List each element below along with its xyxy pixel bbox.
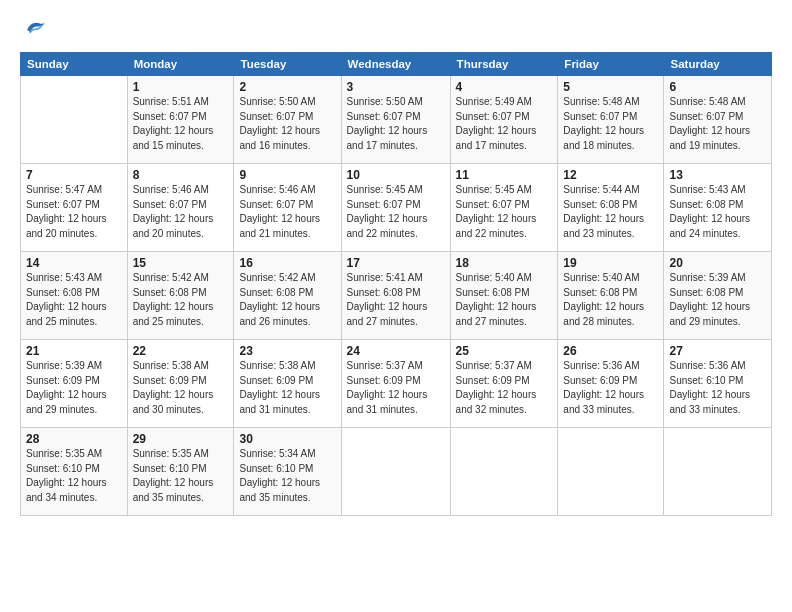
weekday-header: Monday: [127, 53, 234, 76]
day-number: 9: [239, 168, 335, 182]
day-info: Sunrise: 5:49 AMSunset: 6:07 PMDaylight:…: [456, 95, 553, 153]
calendar-week-row: 1Sunrise: 5:51 AMSunset: 6:07 PMDaylight…: [21, 76, 772, 164]
day-number: 20: [669, 256, 766, 270]
calendar-cell: 25Sunrise: 5:37 AMSunset: 6:09 PMDayligh…: [450, 340, 558, 428]
calendar-cell: 30Sunrise: 5:34 AMSunset: 6:10 PMDayligh…: [234, 428, 341, 516]
weekday-header: Saturday: [664, 53, 772, 76]
day-info: Sunrise: 5:46 AMSunset: 6:07 PMDaylight:…: [239, 183, 335, 241]
day-number: 14: [26, 256, 122, 270]
calendar-cell: 22Sunrise: 5:38 AMSunset: 6:09 PMDayligh…: [127, 340, 234, 428]
calendar-table: SundayMondayTuesdayWednesdayThursdayFrid…: [20, 52, 772, 516]
day-info: Sunrise: 5:35 AMSunset: 6:10 PMDaylight:…: [133, 447, 229, 505]
calendar-cell: 24Sunrise: 5:37 AMSunset: 6:09 PMDayligh…: [341, 340, 450, 428]
day-number: 13: [669, 168, 766, 182]
calendar-cell: 15Sunrise: 5:42 AMSunset: 6:08 PMDayligh…: [127, 252, 234, 340]
calendar-cell: 8Sunrise: 5:46 AMSunset: 6:07 PMDaylight…: [127, 164, 234, 252]
calendar-cell: 9Sunrise: 5:46 AMSunset: 6:07 PMDaylight…: [234, 164, 341, 252]
day-number: 12: [563, 168, 658, 182]
calendar-cell: 2Sunrise: 5:50 AMSunset: 6:07 PMDaylight…: [234, 76, 341, 164]
day-number: 26: [563, 344, 658, 358]
page: SundayMondayTuesdayWednesdayThursdayFrid…: [0, 0, 792, 612]
day-info: Sunrise: 5:42 AMSunset: 6:08 PMDaylight:…: [239, 271, 335, 329]
day-number: 27: [669, 344, 766, 358]
calendar-week-row: 14Sunrise: 5:43 AMSunset: 6:08 PMDayligh…: [21, 252, 772, 340]
day-info: Sunrise: 5:51 AMSunset: 6:07 PMDaylight:…: [133, 95, 229, 153]
calendar-header-row: SundayMondayTuesdayWednesdayThursdayFrid…: [21, 53, 772, 76]
calendar-cell: 29Sunrise: 5:35 AMSunset: 6:10 PMDayligh…: [127, 428, 234, 516]
calendar-cell: 27Sunrise: 5:36 AMSunset: 6:10 PMDayligh…: [664, 340, 772, 428]
day-info: Sunrise: 5:37 AMSunset: 6:09 PMDaylight:…: [456, 359, 553, 417]
calendar-cell: 1Sunrise: 5:51 AMSunset: 6:07 PMDaylight…: [127, 76, 234, 164]
day-number: 24: [347, 344, 445, 358]
calendar-cell: 19Sunrise: 5:40 AMSunset: 6:08 PMDayligh…: [558, 252, 664, 340]
day-number: 3: [347, 80, 445, 94]
day-number: 8: [133, 168, 229, 182]
calendar-cell: 18Sunrise: 5:40 AMSunset: 6:08 PMDayligh…: [450, 252, 558, 340]
weekday-header: Wednesday: [341, 53, 450, 76]
day-info: Sunrise: 5:48 AMSunset: 6:07 PMDaylight:…: [669, 95, 766, 153]
day-info: Sunrise: 5:41 AMSunset: 6:08 PMDaylight:…: [347, 271, 445, 329]
day-info: Sunrise: 5:48 AMSunset: 6:07 PMDaylight:…: [563, 95, 658, 153]
day-number: 29: [133, 432, 229, 446]
day-info: Sunrise: 5:46 AMSunset: 6:07 PMDaylight:…: [133, 183, 229, 241]
day-number: 30: [239, 432, 335, 446]
calendar-cell: 28Sunrise: 5:35 AMSunset: 6:10 PMDayligh…: [21, 428, 128, 516]
day-number: 15: [133, 256, 229, 270]
day-number: 21: [26, 344, 122, 358]
calendar-cell: 21Sunrise: 5:39 AMSunset: 6:09 PMDayligh…: [21, 340, 128, 428]
day-number: 19: [563, 256, 658, 270]
calendar-cell: [558, 428, 664, 516]
day-info: Sunrise: 5:44 AMSunset: 6:08 PMDaylight:…: [563, 183, 658, 241]
day-number: 4: [456, 80, 553, 94]
calendar-week-row: 7Sunrise: 5:47 AMSunset: 6:07 PMDaylight…: [21, 164, 772, 252]
calendar-cell: 17Sunrise: 5:41 AMSunset: 6:08 PMDayligh…: [341, 252, 450, 340]
calendar-cell: 26Sunrise: 5:36 AMSunset: 6:09 PMDayligh…: [558, 340, 664, 428]
day-info: Sunrise: 5:35 AMSunset: 6:10 PMDaylight:…: [26, 447, 122, 505]
day-number: 18: [456, 256, 553, 270]
day-info: Sunrise: 5:38 AMSunset: 6:09 PMDaylight:…: [239, 359, 335, 417]
day-number: 6: [669, 80, 766, 94]
weekday-header: Tuesday: [234, 53, 341, 76]
day-info: Sunrise: 5:47 AMSunset: 6:07 PMDaylight:…: [26, 183, 122, 241]
day-number: 17: [347, 256, 445, 270]
day-number: 16: [239, 256, 335, 270]
day-info: Sunrise: 5:45 AMSunset: 6:07 PMDaylight:…: [456, 183, 553, 241]
day-info: Sunrise: 5:42 AMSunset: 6:08 PMDaylight:…: [133, 271, 229, 329]
day-info: Sunrise: 5:43 AMSunset: 6:08 PMDaylight:…: [26, 271, 122, 329]
header: [20, 18, 772, 42]
day-info: Sunrise: 5:39 AMSunset: 6:08 PMDaylight:…: [669, 271, 766, 329]
day-info: Sunrise: 5:40 AMSunset: 6:08 PMDaylight:…: [563, 271, 658, 329]
day-info: Sunrise: 5:43 AMSunset: 6:08 PMDaylight:…: [669, 183, 766, 241]
day-info: Sunrise: 5:50 AMSunset: 6:07 PMDaylight:…: [239, 95, 335, 153]
day-info: Sunrise: 5:36 AMSunset: 6:10 PMDaylight:…: [669, 359, 766, 417]
day-number: 28: [26, 432, 122, 446]
day-info: Sunrise: 5:50 AMSunset: 6:07 PMDaylight:…: [347, 95, 445, 153]
calendar-week-row: 21Sunrise: 5:39 AMSunset: 6:09 PMDayligh…: [21, 340, 772, 428]
calendar-cell: [450, 428, 558, 516]
calendar-cell: 23Sunrise: 5:38 AMSunset: 6:09 PMDayligh…: [234, 340, 341, 428]
day-number: 1: [133, 80, 229, 94]
day-number: 7: [26, 168, 122, 182]
day-info: Sunrise: 5:39 AMSunset: 6:09 PMDaylight:…: [26, 359, 122, 417]
weekday-header: Friday: [558, 53, 664, 76]
calendar-cell: 16Sunrise: 5:42 AMSunset: 6:08 PMDayligh…: [234, 252, 341, 340]
calendar-week-row: 28Sunrise: 5:35 AMSunset: 6:10 PMDayligh…: [21, 428, 772, 516]
day-number: 22: [133, 344, 229, 358]
calendar-cell: 7Sunrise: 5:47 AMSunset: 6:07 PMDaylight…: [21, 164, 128, 252]
logo-bird-icon: [20, 18, 48, 42]
calendar-cell: 11Sunrise: 5:45 AMSunset: 6:07 PMDayligh…: [450, 164, 558, 252]
calendar-cell: [21, 76, 128, 164]
calendar-cell: 14Sunrise: 5:43 AMSunset: 6:08 PMDayligh…: [21, 252, 128, 340]
day-number: 10: [347, 168, 445, 182]
day-number: 5: [563, 80, 658, 94]
calendar-cell: 13Sunrise: 5:43 AMSunset: 6:08 PMDayligh…: [664, 164, 772, 252]
calendar-cell: 12Sunrise: 5:44 AMSunset: 6:08 PMDayligh…: [558, 164, 664, 252]
calendar-cell: [664, 428, 772, 516]
day-info: Sunrise: 5:45 AMSunset: 6:07 PMDaylight:…: [347, 183, 445, 241]
day-info: Sunrise: 5:38 AMSunset: 6:09 PMDaylight:…: [133, 359, 229, 417]
calendar-cell: 5Sunrise: 5:48 AMSunset: 6:07 PMDaylight…: [558, 76, 664, 164]
day-info: Sunrise: 5:40 AMSunset: 6:08 PMDaylight:…: [456, 271, 553, 329]
day-info: Sunrise: 5:37 AMSunset: 6:09 PMDaylight:…: [347, 359, 445, 417]
weekday-header: Sunday: [21, 53, 128, 76]
calendar-cell: 4Sunrise: 5:49 AMSunset: 6:07 PMDaylight…: [450, 76, 558, 164]
